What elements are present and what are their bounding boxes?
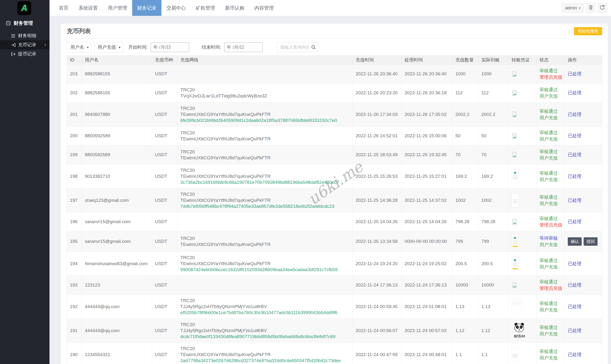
cell-voucher <box>509 295 537 318</box>
cell-id: 194 <box>67 252 82 275</box>
processed-link[interactable]: 已处理 <box>568 152 600 158</box>
voucher-thumbnail[interactable] <box>512 234 519 248</box>
cell-deposit-time: 2022-11-26 17:34:03 <box>353 103 402 126</box>
cell-username: 1234554321 <box>82 343 152 364</box>
status-badge: 用户充值 <box>539 115 563 121</box>
table-row: 1901234554321USDTTRC20TEwtmUXttCG9YaYtfh… <box>67 342 602 364</box>
sidebar-group-label: 财务管理 <box>14 20 33 26</box>
cell-username: 8882588155 <box>82 65 152 83</box>
end-date-input[interactable] <box>224 42 263 52</box>
nav-tab-3[interactable]: 用户管理 <box>103 0 132 16</box>
cell-username: shaiq123@gmail.com <box>82 188 152 212</box>
cell-deposit-time: 2022-11-26 14:52:01 <box>353 127 402 145</box>
cell-network: TRC20TJJ4y5Rgz2xHTb9yQNzmPMjYVo1uitfrBVe… <box>178 295 353 318</box>
voucher-thumbnail[interactable]: 偷情dd <box>512 323 527 338</box>
processed-link[interactable]: 已处理 <box>568 71 600 77</box>
cell-amount: 169.2 <box>453 164 479 188</box>
network-type: TRC20 <box>181 298 350 303</box>
cell-voucher <box>509 231 537 251</box>
search-icon[interactable] <box>311 45 316 50</box>
tx-hash-link[interactable]: 7d4b7ef056ff548bc478f94a27405e33ae857dfe… <box>181 203 350 209</box>
broken-image-icon <box>512 90 517 96</box>
cell-network: TRC20TEwtmUXttCG9YaYtfhU8d7quKneQuPkFTR <box>178 127 353 145</box>
tx-hash-link[interactable]: 6fe399cb022bf4bd26405909d1c2daa602a18f5a… <box>181 117 350 123</box>
logout-button[interactable] <box>597 3 607 13</box>
voucher-thumbnail[interactable] <box>512 348 519 362</box>
status-badge: 审核通过 <box>539 129 563 136</box>
wallet-address: TEwtmUXttCG9YaYtfhU8d7quKneQuPkFTR <box>181 173 350 179</box>
cell-deposit-time: 2022-11-24 17:36:13 <box>353 276 402 294</box>
sidebar-item-deposit-records[interactable]: 充币记录› <box>0 40 50 50</box>
voucher-thumbnail[interactable] <box>512 257 519 271</box>
app-logo[interactable]: A <box>17 1 31 15</box>
processed-link[interactable]: 已处理 <box>568 219 600 225</box>
processed-link[interactable]: 已处理 <box>568 351 600 358</box>
tx-hash-link[interactable]: 2ad7798a34273e0267d6286cd327374e97ba324d… <box>181 358 350 364</box>
processed-link[interactable]: 已处理 <box>568 90 600 96</box>
processed-link[interactable]: 已处理 <box>568 303 600 310</box>
cell-process-time: 2022-11-26 17:35:02 <box>402 103 453 126</box>
nav-tab-7[interactable]: 新币认购 <box>220 0 250 16</box>
cell-actual-amount: 2002.2 <box>478 103 509 126</box>
voucher-thumbnail[interactable] <box>512 193 519 208</box>
cell-amount: 2002.2 <box>453 103 479 126</box>
cell-id: 195 <box>67 231 82 251</box>
cell-id: 193 <box>67 276 82 294</box>
cell-status: 审核通过用户充值 <box>537 319 565 342</box>
column-header-3: 充值币种 <box>152 56 178 64</box>
cell-deposit-time: 2022-11-24 00:56:07 <box>353 319 402 342</box>
tx-hash-link[interactable]: 990087d24eb0b0bccec1632df5152093d28609ba… <box>181 267 350 273</box>
nav-tab-4[interactable]: 财务记录 <box>132 0 161 16</box>
processed-link[interactable]: 已处理 <box>568 173 600 180</box>
processed-link[interactable]: 已处理 <box>568 282 600 288</box>
reset-search-button[interactable]: 初始化搜索 <box>574 27 602 35</box>
confirm-button[interactable]: 确认 <box>568 237 582 246</box>
tx-hash-link[interactable]: dcdc71f0dae0f133430d8fea8907719b6d858d5b… <box>181 334 350 339</box>
nav-tab-6[interactable]: 矿机管理 <box>191 0 220 16</box>
sidebar-group-finance[interactable]: 财务管理 <box>0 18 50 28</box>
chevron-down-icon: ▾ <box>87 46 89 49</box>
cell-network: TRC20TEwtmUXttCG9YaYtfhU8d7quKneQuPkFTR3… <box>178 164 353 188</box>
sidebar-item-label: 财务明细 <box>18 33 36 39</box>
sidebar-item-finance-detail[interactable]: 财务明细 <box>0 31 50 40</box>
voucher-thumbnail[interactable] <box>512 169 519 183</box>
processed-link[interactable]: 已处理 <box>568 133 600 139</box>
cell-deposit-time: 2022-11-26 20:23:20 <box>353 83 402 102</box>
cell-username: 9840607880 <box>82 103 152 126</box>
tx-hash-link[interactable]: ef5205b78f9b600e1ce75d87ba760c30c9b10477… <box>181 310 350 315</box>
cell-action: 已处理 <box>565 127 602 145</box>
broken-image-icon <box>512 133 517 139</box>
cell-network: TRC20TEwtmUXttCG9YaYtfhU8d7quKneQuPkFTR6… <box>178 103 353 126</box>
admin-user-dropdown[interactable]: admin ▾ <box>561 3 584 13</box>
cell-id: 197 <box>67 188 82 212</box>
nav-tab-1[interactable]: 首页 <box>54 0 73 16</box>
sidebar-item-label: 提币记录 <box>18 51 36 57</box>
processed-link[interactable]: 已处理 <box>568 260 600 267</box>
nav-tab-8[interactable]: 内容管理 <box>250 0 279 16</box>
logout-icon <box>600 5 605 11</box>
status-badge: 管理员充值 <box>539 74 563 80</box>
processed-link[interactable]: 已处理 <box>568 327 600 334</box>
sidebar-item-withdraw-records[interactable]: 提币记录 <box>0 50 50 59</box>
network-type: TRC20 <box>181 149 350 155</box>
cell-coin: USDT <box>152 295 178 318</box>
page-title: 充币列表 <box>67 27 91 35</box>
navbar-right-tools: admin ▾ <box>561 0 611 16</box>
clear-cache-button[interactable] <box>586 3 596 13</box>
field-select[interactable]: 用户名 ▾ <box>67 42 91 52</box>
start-date-input[interactable] <box>151 42 189 52</box>
reject-button[interactable]: 驳回 <box>583 237 597 246</box>
nav-tab-5[interactable]: 交易中心 <box>161 0 191 16</box>
network-type: TRC20 <box>181 87 350 93</box>
voucher-thumbnail[interactable] <box>512 300 522 314</box>
nav-tab-2[interactable]: 系统设置 <box>73 0 103 16</box>
tx-hash-link[interactable]: 3c736a2bc16916fddb9c86a190781e70b7092849… <box>181 179 350 185</box>
wallet-address: TEwtmUXttCG9YaYtfhU8d7quKneQuPkFTR <box>181 241 350 247</box>
cell-deposit-time: 2022-11-24 00:59:45 <box>353 295 402 318</box>
cell-voucher <box>509 212 537 231</box>
type-select[interactable]: 用户充值 ▾ <box>94 42 123 52</box>
processed-link[interactable]: 已处理 <box>568 197 600 204</box>
processed-link[interactable]: 已处理 <box>568 111 600 117</box>
cell-process-time: 2022-11-24 00:57:02 <box>402 319 453 342</box>
cell-action: 确认驳回 <box>565 231 602 251</box>
